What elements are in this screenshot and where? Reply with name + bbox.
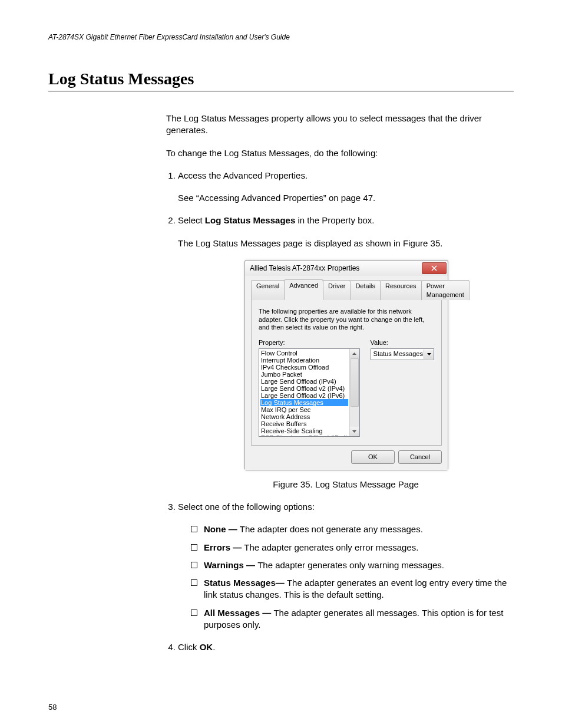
property-label: Property: [259,338,360,347]
section-rule [48,91,514,91]
running-header: AT-2874SX Gigabit Ethernet Fiber Express… [48,33,514,41]
ok-button[interactable]: OK [351,450,395,464]
property-item[interactable]: Network Address [260,413,348,420]
step-1: Access the Advanced Properties. See “Acc… [178,170,514,205]
property-item[interactable]: TCP Checksum Offload (IPv4) [260,434,348,436]
property-list[interactable]: Flow Control Interrupt Moderation IPv4 C… [259,348,360,437]
step-1-text: Access the Advanced Properties. [178,170,514,182]
tab-details[interactable]: Details [350,280,381,301]
property-item[interactable]: Large Send Offload v2 (IPv4) [260,385,348,392]
option-errors: Errors — The adapter generates only erro… [191,542,514,554]
lead-paragraph: To change the Log Status Messages, do th… [166,147,514,159]
option-status-messages: Status Messages— The adapter generates a… [191,577,514,601]
close-button[interactable] [422,262,447,274]
step-4: Click OK. [178,641,514,653]
chevron-down-icon [352,430,356,433]
scroll-up-button[interactable] [350,349,359,358]
cancel-button[interactable]: Cancel [398,450,442,464]
value-dropdown-button[interactable] [424,350,434,359]
property-item[interactable]: Large Send Offload (IPv4) [260,378,348,385]
page-number: 58 [48,703,57,711]
property-item[interactable]: Receive Buffers [260,420,348,427]
property-list-scrollbar[interactable] [349,349,359,436]
step-2: Select Log Status Messages in the Proper… [178,215,514,490]
tab-panel-advanced: The following properties are available f… [251,299,442,445]
tab-driver[interactable]: Driver [323,280,351,301]
step-2-text: Select Log Status Messages in the Proper… [178,215,514,226]
dialog-title: Allied Telesis AT-2874xx Properties [250,263,359,273]
dialog-tabs: General Advanced Driver Details Resource… [251,279,442,300]
dialog-titlebar: Allied Telesis AT-2874xx Properties [245,261,448,276]
tab-advanced[interactable]: Advanced [284,279,323,300]
chevron-up-icon [352,353,356,355]
properties-dialog: Allied Telesis AT-2874xx Properties Gene… [244,260,448,470]
panel-instructions: The following properties are available f… [259,308,434,331]
property-item-selected[interactable]: Log Status Messages [260,399,348,406]
scrollbar-thumb[interactable] [351,358,359,407]
option-all-messages: All Messages — The adapter generates all… [191,607,514,631]
property-item[interactable]: Receive-Side Scaling [260,427,348,434]
option-warnings: Warnings — The adapter generates only wa… [191,559,514,571]
option-none: None — The adapter does not generate any… [191,523,514,535]
scroll-down-button[interactable] [350,427,359,436]
tab-power-management[interactable]: Power Management [421,280,470,301]
property-item[interactable]: Jumbo Packet [260,371,348,378]
step-3: Select one of the following options: Non… [178,501,514,631]
chevron-down-icon [427,353,431,355]
step-2-sub: The Log Status Messages page is displaye… [178,238,514,249]
value-selected: Status Messages [373,350,423,358]
scrollbar-track[interactable] [350,358,359,427]
figure-35: Allied Telesis AT-2874xx Properties Gene… [178,260,514,490]
property-item[interactable]: Large Send Offload v2 (IPv6) [260,392,348,399]
property-item[interactable]: Flow Control [260,350,348,357]
tab-resources[interactable]: Resources [380,280,422,301]
value-label: Value: [371,338,434,347]
value-select[interactable]: Status Messages [371,348,434,360]
step-3-text: Select one of the following options: [178,501,514,513]
step-1-sub: See “Accessing Advanced Properties” on p… [178,192,514,204]
property-item[interactable]: Max IRQ per Sec [260,406,348,413]
figure-caption: Figure 35. Log Status Message Page [178,479,514,490]
tab-general[interactable]: General [251,280,285,301]
property-item[interactable]: Interrupt Moderation [260,357,348,364]
section-title: Log Status Messages [48,70,514,88]
step-4-text: Click OK. [178,641,514,653]
property-item[interactable]: IPv4 Checksum Offload [260,364,348,371]
intro-paragraph: The Log Status Messages property allows … [166,113,514,137]
close-icon [431,265,437,271]
